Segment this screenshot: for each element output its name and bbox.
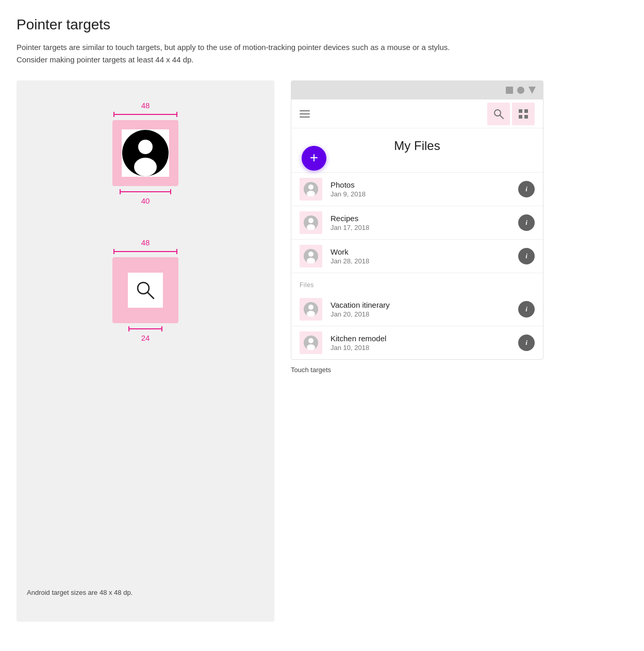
- app-toolbar: [291, 99, 543, 128]
- page-title: Pointer targets: [16, 16, 628, 33]
- toolbar-actions: [485, 103, 535, 125]
- file-name: Work: [331, 247, 510, 256]
- svg-line-4: [147, 292, 154, 298]
- file-name: Vacation itinerary: [331, 301, 510, 309]
- svg-rect-7: [519, 109, 522, 113]
- files-section-label: Files: [291, 273, 543, 293]
- svg-point-1: [138, 140, 153, 154]
- folders-section: Photos Jan 9, 2018 i: [291, 173, 543, 273]
- svg-rect-9: [519, 115, 522, 119]
- svg-point-21: [308, 305, 313, 310]
- file-thumbnail: [300, 178, 322, 201]
- file-date: Jan 28, 2018: [331, 257, 510, 265]
- info-button[interactable]: i: [518, 214, 535, 231]
- file-info: Photos Jan 9, 2018: [331, 180, 510, 198]
- left-panel: 48: [16, 80, 274, 622]
- app-title: My Files: [291, 128, 543, 158]
- grid-icon: [518, 108, 529, 120]
- search-icon-section: 48: [16, 238, 274, 344]
- list-item[interactable]: Kitchen remodel Jan 10, 2018 i: [291, 326, 543, 359]
- hamburger-line: [300, 110, 310, 111]
- svg-point-2: [134, 158, 157, 176]
- grid-view-button[interactable]: [512, 103, 535, 125]
- list-item[interactable]: Vacation itinerary Jan 20, 2018 i: [291, 293, 543, 326]
- bottom-dim-label-1: 40: [120, 196, 171, 205]
- svg-point-12: [308, 185, 313, 190]
- right-panel: My Files +: [291, 80, 628, 374]
- file-date: Jan 20, 2018: [331, 310, 510, 318]
- hamburger-line: [300, 113, 310, 114]
- fab-row: +: [291, 158, 543, 173]
- person-icon-section: 48: [16, 101, 274, 207]
- info-button[interactable]: i: [518, 301, 535, 318]
- bottom-dim-label-2: 24: [128, 333, 162, 342]
- person-inner-box: [121, 128, 170, 178]
- titlebar-triangle-icon: [529, 87, 536, 94]
- search-inner-box: [127, 272, 164, 309]
- file-info: Recipes Jan 17, 2018: [331, 214, 510, 231]
- file-info: Vacation itinerary Jan 20, 2018: [331, 301, 510, 318]
- left-caption: Android target sizes are 48 x 48 dp.: [27, 576, 133, 596]
- list-item[interactable]: Recipes Jan 17, 2018 i: [291, 206, 543, 239]
- svg-point-18: [308, 252, 313, 257]
- phone-titlebar: [291, 81, 543, 99]
- file-date: Jan 9, 2018: [331, 190, 510, 198]
- info-icon: i: [525, 252, 527, 260]
- search-button[interactable]: [487, 103, 510, 125]
- hamburger-menu-icon[interactable]: [300, 110, 310, 118]
- svg-point-15: [308, 218, 313, 223]
- info-icon: i: [525, 219, 527, 227]
- fab-button[interactable]: +: [302, 146, 326, 171]
- info-button[interactable]: i: [518, 248, 535, 264]
- top-dim-label-1: 48: [113, 101, 177, 110]
- info-icon: i: [525, 339, 527, 347]
- person-outer-target: [112, 120, 178, 186]
- search-icon-large: [134, 279, 157, 302]
- person-thumb-icon: [304, 215, 318, 230]
- person-icon-large: [122, 130, 169, 176]
- file-thumbnail: [300, 331, 322, 354]
- svg-point-24: [308, 338, 313, 343]
- file-info: Kitchen remodel Jan 10, 2018: [331, 334, 510, 352]
- fab-plus-icon: +: [310, 151, 318, 165]
- file-thumbnail: [300, 245, 322, 268]
- file-thumbnail: [300, 298, 322, 321]
- list-item[interactable]: Work Jan 28, 2018 i: [291, 240, 543, 273]
- file-date: Jan 17, 2018: [331, 224, 510, 231]
- right-caption: Touch targets: [291, 366, 628, 374]
- person-thumb-icon: [304, 249, 318, 263]
- file-name: Kitchen remodel: [331, 334, 510, 343]
- svg-line-6: [500, 115, 504, 119]
- file-info: Work Jan 28, 2018: [331, 247, 510, 265]
- info-icon: i: [525, 185, 527, 193]
- page-description: Pointer targets are similar to touch tar…: [16, 41, 481, 66]
- search-icon: [493, 108, 504, 120]
- hamburger-line: [300, 116, 310, 118]
- person-thumb-icon: [304, 182, 318, 196]
- svg-rect-8: [524, 109, 528, 113]
- file-name: Recipes: [331, 214, 510, 223]
- top-dim-label-2: 48: [113, 238, 177, 247]
- files-section: Files Vacation itinerary Jan: [291, 273, 543, 359]
- person-thumb-icon: [304, 336, 318, 350]
- info-icon: i: [525, 305, 527, 313]
- list-item[interactable]: Photos Jan 9, 2018 i: [291, 173, 543, 206]
- file-list: Photos Jan 9, 2018 i: [291, 173, 543, 359]
- file-name: Photos: [331, 180, 510, 189]
- search-outer-target: [112, 257, 178, 323]
- svg-rect-10: [524, 115, 528, 119]
- titlebar-square-icon: [506, 87, 513, 94]
- phone-frame: My Files +: [291, 80, 543, 360]
- file-date: Jan 10, 2018: [331, 344, 510, 352]
- file-thumbnail: [300, 211, 322, 234]
- titlebar-circle-icon: [517, 87, 524, 94]
- info-button[interactable]: i: [518, 181, 535, 197]
- person-thumb-icon: [304, 302, 318, 316]
- info-button[interactable]: i: [518, 335, 535, 351]
